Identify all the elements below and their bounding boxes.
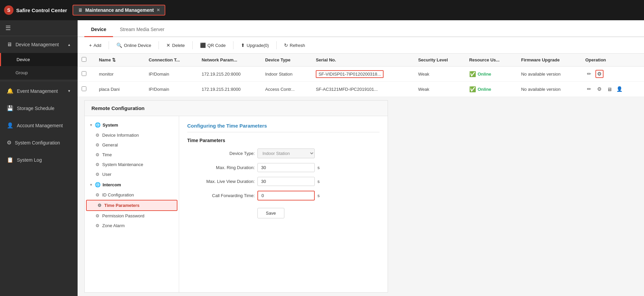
tree-section-intercom[interactable]: ▼ 🌐 Intercom — [85, 179, 179, 190]
add-button[interactable]: + Add — [84, 41, 106, 50]
col-resource-us: Resource Us... — [465, 54, 517, 66]
device-info-icon: ⚙ — [95, 133, 100, 138]
input-max-ring-duration[interactable] — [257, 163, 315, 172]
tabs-bar: Device Stream Media Server — [78, 20, 644, 37]
sidebar-item-event-management[interactable]: 🔔 Event Management ▼ — [0, 82, 78, 100]
row2-checkbox[interactable] — [82, 86, 86, 91]
sidebar-item-system-configuration[interactable]: ⚙ System Configuration — [0, 134, 78, 151]
row2-user-icon[interactable]: 👤 — [616, 85, 624, 93]
upgrade-button[interactable]: ⬆ Upgrade(0) — [236, 41, 274, 50]
col-spacer — [134, 54, 144, 66]
row1-network-param: 172.19.215.20:8000 — [198, 66, 261, 82]
tree-leaf-general[interactable]: ⚙ General — [85, 140, 179, 150]
tree-leaf-id-configuration[interactable]: ⚙ ID Configuration — [85, 190, 179, 200]
tree-leaf-user[interactable]: ⚙ User — [85, 169, 179, 179]
remote-tree: ▼ 🌐 System ⚙ Device Information ⚙ Genera… — [85, 116, 179, 292]
logo-text: Safire Control Center — [16, 7, 67, 13]
row2-network-param: 172.19.215.21:8000 — [198, 82, 261, 97]
row1-online-text: Online — [478, 72, 491, 77]
id-config-icon: ⚙ — [95, 192, 100, 197]
row2-firmware: No available version — [517, 82, 581, 97]
storage-schedule-icon: 💾 — [7, 105, 13, 111]
lower-area: Remote Configuration ▼ 🌐 System ⚙ Device… — [78, 97, 644, 296]
hamburger-icon[interactable]: ☰ — [5, 25, 11, 31]
tree-leaf-zone-alarm[interactable]: ⚙ Zone Alarm — [85, 221, 179, 231]
sidebar-item-storage-schedule[interactable]: 💾 Storage Schedule — [0, 100, 78, 117]
sidebar-label-system-log: System Log — [17, 157, 42, 163]
refresh-button[interactable]: ↻ Refresh — [279, 41, 310, 50]
qr-code-button[interactable]: ⬛ QR Code — [195, 41, 230, 50]
label-call-forwarding: Call Forwarding Time: — [187, 193, 255, 198]
tree-leaf-system-maintenance[interactable]: ⚙ System Maintenance — [85, 160, 179, 169]
tree-leaf-permission-password[interactable]: ⚙ Permission Password — [85, 211, 179, 221]
device-management-icon: 🖥 — [7, 42, 12, 48]
tab-device[interactable]: Device — [84, 23, 113, 37]
form-row-max-live-view: Max. Live View Duration: s — [187, 177, 380, 186]
tree-arrow-intercom: ▼ — [89, 183, 93, 187]
sidebar-item-device-management[interactable]: 🖥 Device Management ▲ — [0, 36, 78, 53]
col-name[interactable]: Name ⇅ — [95, 54, 134, 66]
row2-monitor-icon[interactable]: 🖥 — [606, 85, 614, 93]
zone-alarm-icon: ⚙ — [95, 223, 100, 228]
online-device-button[interactable]: 🔍 Online Device — [112, 41, 156, 50]
tree-leaf-time-parameters[interactable]: ⚙ Time Parameters — [86, 200, 177, 211]
col-checkbox — [78, 54, 95, 66]
system-globe-icon: 🌐 — [95, 122, 101, 128]
col-security-level: Security Level — [414, 54, 465, 66]
upgrade-label: Upgrade(0) — [247, 43, 269, 48]
row2-edit-icon[interactable]: ✏ — [585, 85, 593, 93]
sidebar-item-group[interactable]: Group — [0, 66, 78, 79]
tree-arrow-system: ▼ — [89, 123, 93, 127]
unit-call-forwarding: s — [317, 193, 320, 198]
tree-leaf-permission-password-label: Permission Password — [102, 213, 144, 218]
qr-code-icon: ⬛ — [200, 43, 206, 48]
row1-spacer — [134, 66, 144, 82]
active-tab-chip[interactable]: 🖥 Maintenance and Management ✕ — [73, 5, 165, 16]
logo-icon: S — [4, 5, 13, 15]
form-row-call-forwarding: Call Forwarding Time: s — [187, 191, 380, 200]
select-all-checkbox[interactable] — [82, 57, 86, 62]
sidebar-label-account-management: Account Management — [17, 123, 63, 128]
save-button[interactable]: Save — [257, 208, 284, 218]
table-row: monitor IP/Domain 172.19.215.20:8000 Ind… — [78, 66, 644, 82]
time-params-icon: ⚙ — [97, 203, 102, 208]
remote-config-panel: Remote Configuration ▼ 🌐 System ⚙ Device… — [84, 100, 388, 293]
status-online-2: ✅ Online — [469, 86, 513, 92]
row2-settings-icon[interactable]: ⚙ — [595, 85, 604, 93]
sidebar: ☰ 🖥 Device Management ▲ Device Group 🔔 E… — [0, 20, 78, 296]
tree-system-label: System — [103, 123, 118, 128]
row2-op-icons: ✏ ⚙ 🖥 👤 — [585, 85, 640, 93]
form-row-device-type: Device Type: Indoor Station — [187, 149, 380, 158]
unit-max-ring: s — [317, 165, 320, 170]
tree-section-system[interactable]: ▼ 🌐 System — [85, 119, 179, 130]
sidebar-item-device[interactable]: Device — [0, 53, 78, 66]
serial-no-highlighted: SF-VIDISP01-7IP0120200318... — [316, 70, 384, 78]
delete-button[interactable]: ✕ Delete — [162, 41, 190, 50]
delete-icon: ✕ — [166, 43, 170, 48]
tab-stream-media-server[interactable]: Stream Media Server — [113, 23, 171, 37]
input-max-live-view-duration[interactable] — [257, 177, 315, 186]
top-bar: S Safire Control Center 🖥 Maintenance an… — [0, 0, 644, 20]
input-device-type[interactable]: Indoor Station — [257, 149, 315, 158]
col-firmware-upgrade: Firmware Upgrade — [517, 54, 581, 66]
row2-operations: ✏ ⚙ 🖥 👤 — [581, 82, 644, 97]
sidebar-label-storage-schedule: Storage Schedule — [17, 106, 54, 111]
input-call-forwarding-time[interactable] — [257, 191, 315, 200]
tab-chip-close-icon[interactable]: ✕ — [157, 8, 160, 12]
time-icon: ⚙ — [95, 152, 100, 157]
sidebar-item-account-management[interactable]: 👤 Account Management — [0, 117, 78, 134]
sidebar-divider-1 — [0, 81, 78, 81]
tree-leaf-general-label: General — [102, 142, 118, 147]
row1-settings-icon[interactable]: ⚙ — [595, 70, 604, 78]
status-online: ✅ Online — [469, 71, 513, 77]
tree-leaf-time-label: Time — [102, 152, 112, 157]
tree-leaf-time[interactable]: ⚙ Time — [85, 150, 179, 160]
tab-chip-icon: 🖥 — [78, 7, 83, 13]
sidebar-item-system-log[interactable]: 📋 System Log — [0, 151, 78, 168]
row1-device-type: Indoor Station — [261, 66, 312, 82]
device-table: Name ⇅ Connection T... Network Param... … — [78, 54, 644, 97]
row1-edit-icon[interactable]: ✏ — [585, 70, 593, 78]
config-section-title: Time Parameters — [187, 138, 380, 143]
row1-checkbox[interactable] — [82, 71, 86, 76]
tree-leaf-device-information[interactable]: ⚙ Device Information — [85, 130, 179, 140]
